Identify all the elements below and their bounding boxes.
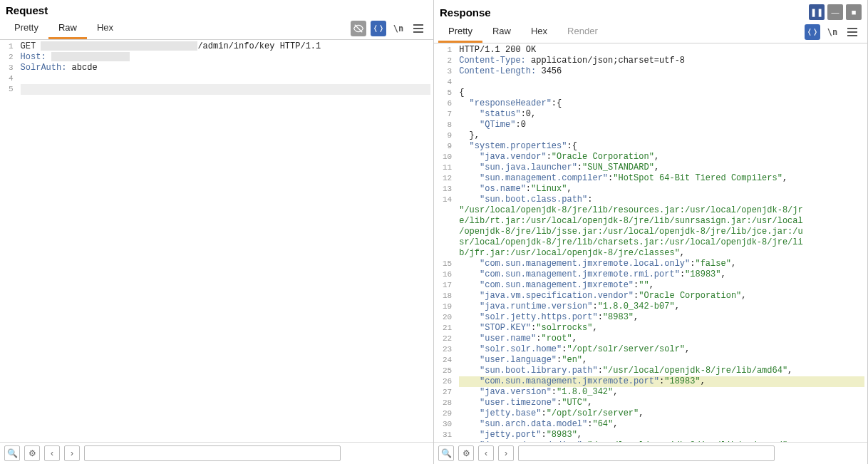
menu-icon[interactable] (410, 21, 426, 36)
request-editor[interactable]: 12345 GET /admin/info/key HTTP/1.1Host: … (0, 40, 433, 442)
response-title: Response (440, 6, 491, 19)
brackets-icon[interactable] (371, 21, 386, 36)
response-tabs: Pretty Raw Hex Render (438, 21, 608, 43)
tab-hex-resp[interactable]: Hex (521, 21, 557, 43)
newline-toggle-icon-resp[interactable]: \n (825, 24, 840, 40)
stop-icon[interactable]: ■ (846, 4, 862, 20)
brackets-icon-resp[interactable] (805, 24, 820, 40)
request-tabs: Pretty Raw Hex (4, 18, 123, 39)
pause-icon[interactable]: ❚❚ (809, 4, 825, 20)
right-arrow-icon[interactable]: › (64, 445, 80, 461)
tab-raw-resp[interactable]: Raw (482, 21, 521, 43)
settings-icon[interactable]: ⚙ (24, 445, 40, 461)
tab-pretty[interactable]: Pretty (4, 18, 48, 39)
minimize-icon[interactable]: — (827, 4, 843, 20)
request-panel: Request Pretty Raw Hex \n 12345 GET /adm… (0, 0, 434, 464)
request-search-input[interactable] (84, 445, 341, 461)
tab-hex[interactable]: Hex (87, 18, 123, 39)
right-arrow-icon-resp[interactable]: › (498, 445, 514, 461)
response-editor[interactable]: 1234567899101112131415161718192021222324… (434, 43, 867, 442)
newline-toggle-icon[interactable]: \n (391, 21, 406, 36)
settings-icon-resp[interactable]: ⚙ (458, 445, 474, 461)
response-search-input[interactable] (518, 445, 775, 461)
eye-off-icon[interactable] (351, 21, 366, 36)
menu-icon-resp[interactable] (844, 24, 860, 40)
request-title: Request (6, 4, 48, 16)
search-icon-resp[interactable]: 🔍 (438, 445, 454, 461)
response-panel: Response ❚❚ — ■ Pretty Raw Hex Render \n… (434, 0, 868, 464)
tab-pretty-resp[interactable]: Pretty (438, 21, 482, 43)
search-icon[interactable]: 🔍 (4, 445, 20, 461)
left-arrow-icon[interactable]: ‹ (44, 445, 60, 461)
tab-render-resp[interactable]: Render (557, 21, 608, 43)
left-arrow-icon-resp[interactable]: ‹ (478, 445, 494, 461)
tab-raw[interactable]: Raw (48, 18, 87, 39)
